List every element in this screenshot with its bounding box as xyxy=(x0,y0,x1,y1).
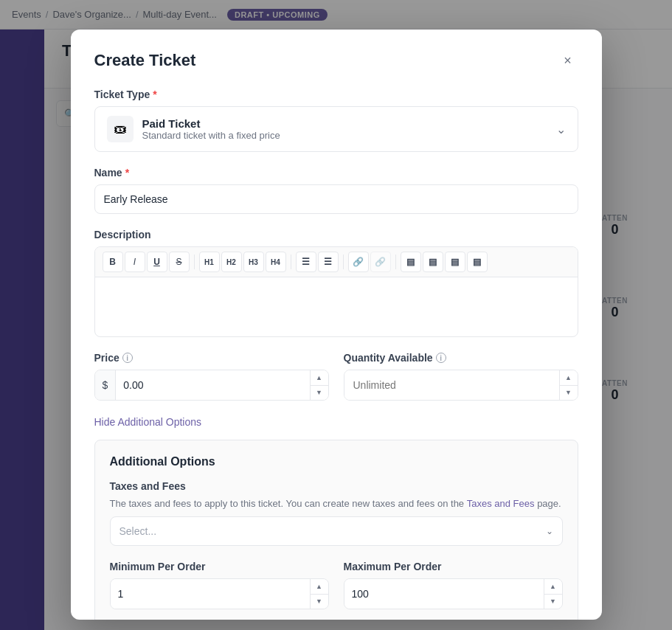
price-quantity-row: Price i $ ▲ ▼ Quantity Available i xyxy=(94,352,578,415)
align-right-button[interactable]: ▤ xyxy=(445,252,465,272)
max-per-order-group: Maximum Per Order ▲ ▼ xyxy=(344,561,563,609)
price-spinner: ▲ ▼ xyxy=(310,370,328,400)
taxes-fees-group: Taxes and Fees The taxes and fees to app… xyxy=(110,480,563,546)
description-label: Description xyxy=(94,229,578,240)
ticket-type-group: Ticket Type * 🎟 Paid Ticket Standard tic… xyxy=(94,89,578,152)
toolbar-separator-2 xyxy=(291,255,291,269)
price-label: Price i xyxy=(94,352,329,364)
editor-toolbar: B I U S H1 H2 H3 H4 ☰ ☰ 🔗 🔗 ▤ xyxy=(95,247,578,277)
name-group: Name * xyxy=(94,167,578,214)
quantity-spinner: ▲ ▼ xyxy=(559,370,578,400)
quantity-increment-button[interactable]: ▲ xyxy=(560,370,578,386)
align-left-button[interactable]: ▤ xyxy=(401,252,421,272)
quantity-label: Quantity Available i xyxy=(344,352,578,364)
taxes-fees-link[interactable]: Taxes and Fees xyxy=(467,498,535,509)
price-decrement-button[interactable]: ▼ xyxy=(311,386,328,401)
min-per-order-input[interactable] xyxy=(111,579,310,609)
ticket-type-desc: Standard ticket with a fixed price xyxy=(142,130,547,141)
toolbar-separator-3 xyxy=(343,255,344,269)
description-group: Description B I U S H1 H2 H3 H4 ☰ ☰ 🔗 xyxy=(94,229,578,337)
create-ticket-modal: Create Ticket × Ticket Type * 🎟 Paid Tic… xyxy=(71,30,602,620)
modal-header: Create Ticket × xyxy=(94,50,578,71)
bold-button[interactable]: B xyxy=(103,252,123,272)
link-button[interactable]: 🔗 xyxy=(348,252,369,272)
select-chevron-icon: ⌄ xyxy=(546,526,553,536)
max-per-order-input-wrap: ▲ ▼ xyxy=(344,578,563,609)
additional-options-title: Additional Options xyxy=(110,455,563,468)
max-per-order-decrement-button[interactable]: ▼ xyxy=(544,595,562,609)
underline-button[interactable]: U xyxy=(147,252,167,272)
taxes-fees-description: The taxes and fees to apply to this tick… xyxy=(110,498,563,509)
toolbar-separator-4 xyxy=(395,255,396,269)
taxes-fees-placeholder: Select... xyxy=(119,525,157,537)
min-max-order-row: Minimum Per Order ▲ ▼ Maximum Per Order xyxy=(110,561,563,620)
min-per-order-increment-button[interactable]: ▲ xyxy=(311,579,328,595)
min-per-order-label: Minimum Per Order xyxy=(110,561,329,572)
name-input[interactable] xyxy=(94,184,578,214)
min-per-order-group: Minimum Per Order ▲ ▼ xyxy=(110,561,329,609)
taxes-fees-label: Taxes and Fees xyxy=(110,480,563,492)
max-per-order-spinner: ▲ ▼ xyxy=(544,579,562,609)
h3-button[interactable]: H3 xyxy=(243,252,264,272)
ticket-type-info: Paid Ticket Standard ticket with a fixed… xyxy=(142,117,547,141)
required-star-ticket-type: * xyxy=(153,89,156,100)
italic-button[interactable]: I xyxy=(125,252,145,272)
price-input-wrap: $ ▲ ▼ xyxy=(94,370,329,401)
h4-button[interactable]: H4 xyxy=(266,252,286,272)
unlink-button[interactable]: 🔗 xyxy=(370,252,391,272)
price-currency-symbol: $ xyxy=(95,370,117,400)
ticket-type-select[interactable]: 🎟 Paid Ticket Standard ticket with a fix… xyxy=(94,106,578,152)
taxes-fees-select[interactable]: Select... ⌄ xyxy=(110,516,563,546)
ticket-type-name: Paid Ticket xyxy=(142,117,547,130)
price-input[interactable] xyxy=(116,370,309,400)
min-per-order-decrement-button[interactable]: ▼ xyxy=(311,595,328,609)
editor-body[interactable] xyxy=(95,277,578,336)
ticket-type-icon: 🎟 xyxy=(107,116,134,142)
h2-button[interactable]: H2 xyxy=(221,252,242,272)
name-label: Name * xyxy=(94,167,578,179)
additional-options-section: Additional Options Taxes and Fees The ta… xyxy=(94,440,578,620)
quantity-info-icon[interactable]: i xyxy=(436,353,446,363)
modal-title: Create Ticket xyxy=(94,51,196,70)
price-group: Price i $ ▲ ▼ xyxy=(94,352,329,401)
quantity-input[interactable] xyxy=(344,370,559,400)
strikethrough-button[interactable]: S xyxy=(169,252,190,272)
modal-close-button[interactable]: × xyxy=(558,50,578,71)
max-per-order-input[interactable] xyxy=(344,579,544,609)
rich-text-editor: B I U S H1 H2 H3 H4 ☰ ☰ 🔗 🔗 ▤ xyxy=(94,246,578,337)
toolbar-separator-1 xyxy=(194,255,195,269)
ticket-type-chevron-icon: ⌄ xyxy=(556,122,566,136)
required-star-name: * xyxy=(125,167,129,179)
min-per-order-spinner: ▲ ▼ xyxy=(310,579,328,609)
max-per-order-label: Maximum Per Order xyxy=(344,561,563,572)
unordered-list-button[interactable]: ☰ xyxy=(296,252,316,272)
price-info-icon[interactable]: i xyxy=(122,353,133,363)
quantity-decrement-button[interactable]: ▼ xyxy=(560,386,578,401)
toggle-additional-options-link[interactable]: Hide Additional Options xyxy=(94,416,202,428)
quantity-input-wrap: ▲ ▼ xyxy=(344,370,578,401)
align-justify-button[interactable]: ▤ xyxy=(467,252,488,272)
price-increment-button[interactable]: ▲ xyxy=(311,370,328,386)
ticket-type-label: Ticket Type * xyxy=(94,89,578,100)
modal-overlay: Create Ticket × Ticket Type * 🎟 Paid Tic… xyxy=(0,0,672,630)
align-center-button[interactable]: ▤ xyxy=(423,252,443,272)
min-per-order-input-wrap: ▲ ▼ xyxy=(110,578,329,609)
ordered-list-button[interactable]: ☰ xyxy=(318,252,339,272)
h1-button[interactable]: H1 xyxy=(199,252,220,272)
max-per-order-increment-button[interactable]: ▲ xyxy=(544,579,562,595)
quantity-group: Quantity Available i ▲ ▼ xyxy=(344,352,578,401)
